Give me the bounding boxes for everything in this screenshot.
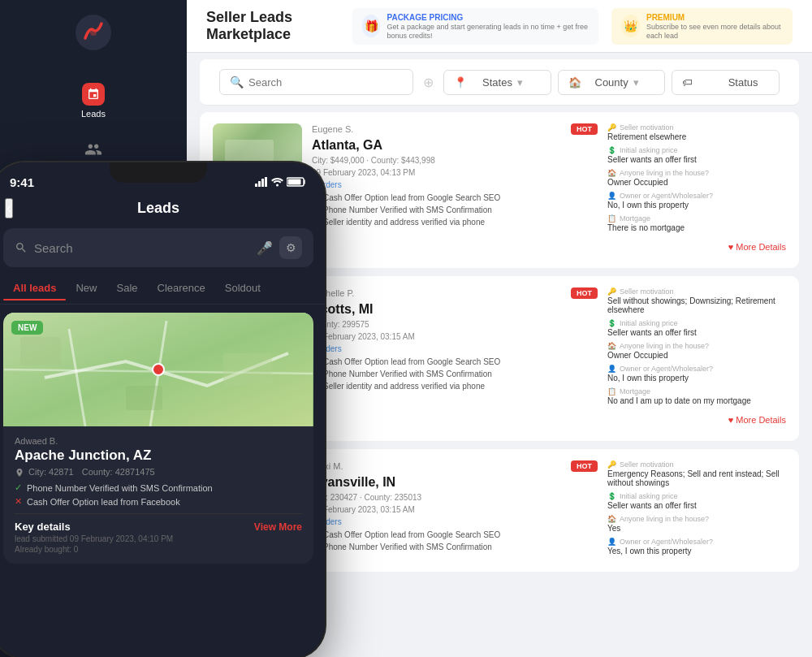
package-pricing-icon: 🎁 bbox=[362, 15, 381, 37]
lead-right-details: 🔑Seller motivation Emergency Reasons; Se… bbox=[607, 460, 786, 560]
svg-rect-3 bbox=[258, 181, 261, 187]
desktop-header: Seller Leads Marketplace 🎁 PACKAGE PRICI… bbox=[187, 0, 812, 53]
search-input[interactable] bbox=[248, 76, 403, 89]
phone-verification-item: ✕ Cash Offer Option lead from Facebook bbox=[15, 496, 302, 507]
phone-city-code: City: 42871 bbox=[15, 467, 74, 478]
phone-already-bought: Already bought: 0 bbox=[15, 545, 302, 554]
phone-check-icon: ✓ bbox=[15, 482, 22, 493]
svg-rect-8 bbox=[288, 179, 301, 185]
lead-detail-agent: 👤Owner or Agent/Wholesaler? No, I own th… bbox=[607, 192, 786, 210]
search-icon: 🔍 bbox=[230, 76, 244, 89]
tab-clearence[interactable]: Clearence bbox=[148, 275, 215, 300]
phone-lead-date: lead submitted 09 February 2023, 04:10 P… bbox=[15, 534, 302, 543]
lead-info: Eugene S. HOT Atlanta, GA City: $449,000… bbox=[312, 123, 598, 257]
my-leads-icon bbox=[82, 138, 105, 161]
states-icon: 📍 bbox=[454, 76, 477, 89]
verification-item: ✓ Phone Number Verified with SMS Confirm… bbox=[312, 542, 598, 552]
lead-detail-agent: 👤Owner or Agent/Wholesaler? Yes, I own t… bbox=[607, 538, 786, 555]
phone-search-bar[interactable]: 🎤 ⚙ bbox=[3, 228, 313, 267]
phone-header: ‹ Leads bbox=[0, 193, 325, 223]
back-button[interactable]: ‹ bbox=[5, 198, 13, 218]
package-pricing-text: PACKAGE PRICING Get a package and start … bbox=[387, 13, 589, 40]
lead-orders: 0 orders bbox=[312, 180, 598, 189]
phone-screen: 9:41 bbox=[0, 162, 325, 657]
filter-bar: 🔍 ⊕ 📍 States ▾ 🏠 County ▾ 🏷 Status bbox=[200, 59, 799, 106]
lead-right-details: 🔑Seller motivation Retirement elsewhere … bbox=[607, 123, 786, 257]
chevron-down-icon: ▾ bbox=[517, 76, 541, 89]
phone-lead-name: Adwaed B. bbox=[15, 436, 302, 446]
phone-lead-info: Adwaed B. Apache Junction, AZ City: 4287… bbox=[3, 426, 313, 564]
lead-meta: City: 230427 · County: 235013 bbox=[312, 493, 598, 502]
lead-right-details: 🔑Seller motivation Sell without showings… bbox=[607, 287, 786, 430]
wifi-icon bbox=[271, 177, 283, 187]
mobile-phone: 9:41 bbox=[0, 162, 325, 657]
phone-key-details: Key details View More bbox=[15, 513, 302, 533]
status-icons bbox=[255, 177, 307, 187]
lead-city: Evansville, IN bbox=[312, 475, 598, 490]
more-details-button[interactable]: ♥ More Details bbox=[607, 410, 786, 430]
lead-detail-motivation: 🔑Seller motivation Sell without showings… bbox=[607, 287, 786, 314]
tab-soldout[interactable]: Soldout bbox=[215, 275, 270, 300]
phone-lead-meta: City: 42871 County: 42871475 bbox=[15, 467, 302, 478]
phone-title: Leads bbox=[137, 200, 179, 217]
lead-info: Michelle P. HOT Scotts, MI County: 29957… bbox=[312, 287, 598, 430]
phone-map-area: NEW bbox=[3, 313, 313, 426]
lead-orders: 0 orders bbox=[312, 517, 598, 526]
phone-lead-card: NEW Adwaed B. Apache Junction, AZ City: … bbox=[3, 313, 313, 564]
lead-detail-living: 🏠Anyone living in the house? Yes bbox=[607, 515, 786, 533]
lead-detail-price: 💲Initial asking price Seller wants an of… bbox=[607, 492, 786, 510]
phone-leads-area: NEW Adwaed B. Apache Junction, AZ City: … bbox=[0, 305, 325, 657]
premium-item[interactable]: 👑 PREMIUM Subscribe to see even more det… bbox=[611, 8, 793, 45]
signal-icon bbox=[255, 177, 268, 187]
hot-badge: HOT bbox=[571, 123, 598, 135]
phone-x-icon: ✕ bbox=[15, 496, 22, 507]
lead-city: Atlanta, GA bbox=[312, 138, 598, 153]
county-dropdown[interactable]: 🏠 County ▾ bbox=[558, 70, 666, 95]
new-badge: NEW bbox=[11, 321, 43, 335]
status-dropdown[interactable]: 🏷 Status bbox=[672, 70, 780, 95]
verification-item: ✓ Phone Number Verified with SMS Confirm… bbox=[312, 205, 598, 215]
lead-detail-living: 🏠Anyone living in the house? Owner Occup… bbox=[607, 169, 786, 187]
tab-all-leads[interactable]: All leads bbox=[3, 275, 66, 300]
tab-new[interactable]: New bbox=[66, 275, 106, 300]
view-more-button[interactable]: View More bbox=[254, 521, 302, 533]
phone-verification-item: ✓ Phone Number Verified with SMS Confirm… bbox=[15, 482, 302, 493]
sidebar-item-leads[interactable]: Leads bbox=[0, 73, 187, 128]
tab-sale[interactable]: Sale bbox=[106, 275, 147, 300]
lead-date: 09 February 2023, 04:13 PM bbox=[312, 168, 598, 177]
more-details-button[interactable]: ♥ More Details bbox=[607, 237, 786, 257]
hot-badge: HOT bbox=[571, 287, 598, 299]
premium-text: PREMIUM Subscribe to see even more detai… bbox=[646, 13, 783, 40]
lead-meta: City: $449,000 · County: $443,998 bbox=[312, 156, 598, 165]
lead-detail-price: 💲Initial asking price Seller wants an of… bbox=[607, 146, 786, 164]
lead-detail-motivation: 🔑Seller motivation Retirement elsewhere bbox=[607, 123, 786, 141]
phone-county-code: County: 42871475 bbox=[82, 467, 155, 478]
filter-toggle-icon[interactable]: ⚙ bbox=[279, 236, 302, 259]
phone-tabs: All leads New Sale Clearence Soldout bbox=[0, 272, 325, 305]
lead-info: Maxi M. HOT Evansville, IN City: 230427 … bbox=[312, 460, 598, 560]
lead-detail-mortgage: 📋Mortgage No and I am up to date on my m… bbox=[607, 387, 786, 405]
lead-city: Scotts, MI bbox=[312, 302, 598, 317]
premium-icon: 👑 bbox=[621, 15, 640, 37]
lead-date: 09 February 2023, 03:15 AM bbox=[312, 505, 598, 514]
map-marker bbox=[152, 363, 165, 376]
package-pricing-item[interactable]: 🎁 PACKAGE PRICING Get a package and star… bbox=[352, 8, 599, 45]
phone-search-input[interactable] bbox=[34, 241, 250, 255]
lead-detail-agent: 👤Owner or Agent/Wholesaler? No, I own th… bbox=[607, 365, 786, 383]
verification-item: ✕ Cash Offer Option lead from Google Sea… bbox=[312, 529, 598, 540]
svg-rect-4 bbox=[261, 179, 264, 187]
lead-orders: 0 orders bbox=[312, 344, 598, 353]
county-icon: 🏠 bbox=[568, 76, 590, 89]
verification-item: ✓ Phone Number Verified with SMS Confirm… bbox=[312, 369, 598, 379]
lead-detail-motivation: 🔑Seller motivation Emergency Reasons; Se… bbox=[607, 460, 786, 487]
verification-item: ✓ Seller identity and address verified v… bbox=[312, 217, 598, 227]
status-time: 9:41 bbox=[10, 175, 34, 189]
hot-badge: HOT bbox=[571, 460, 598, 472]
battery-icon bbox=[287, 177, 307, 187]
phone-search-icon bbox=[15, 241, 28, 254]
svg-point-1 bbox=[90, 29, 97, 36]
states-dropdown[interactable]: 📍 States ▾ bbox=[443, 70, 551, 95]
mic-icon: 🎤 bbox=[257, 240, 273, 256]
search-container[interactable]: 🔍 bbox=[219, 69, 413, 95]
verification-item: ✕ Cash Offer Option lead from Google Sea… bbox=[312, 357, 598, 367]
